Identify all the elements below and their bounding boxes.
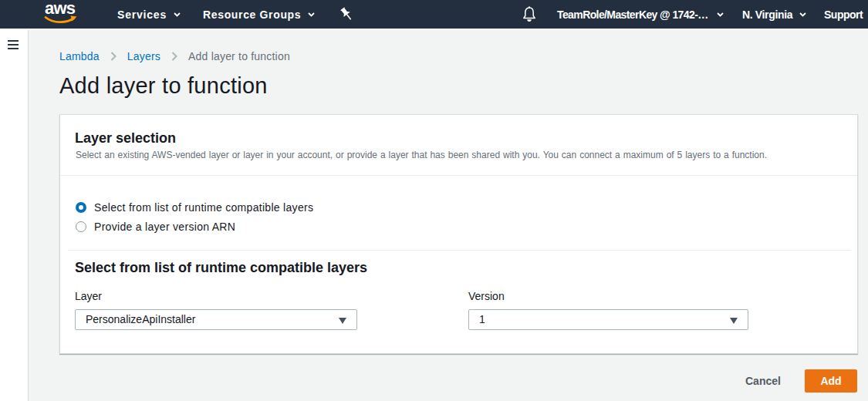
svg-text:aws: aws [45,2,76,18]
